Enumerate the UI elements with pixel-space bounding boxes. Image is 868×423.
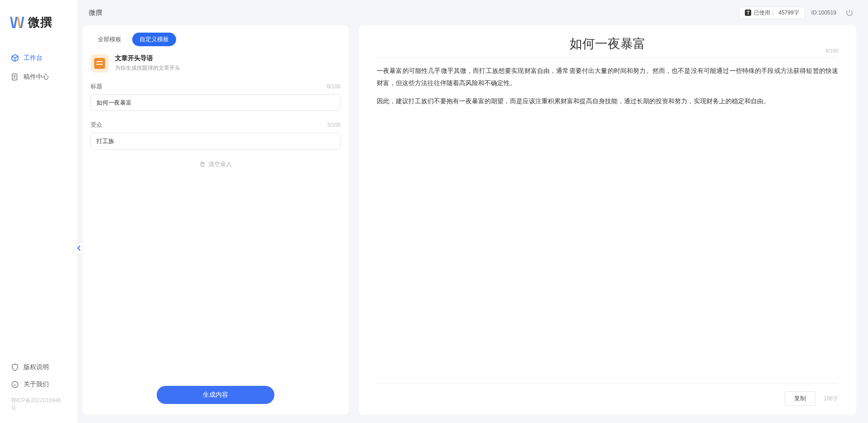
output-paragraph: 一夜暴富的可能性几乎微乎其微，而打工族想要实现财富自由，通常需要付出大量的时间和… — [377, 65, 838, 89]
char-count: 156字 — [824, 395, 838, 403]
nav-label: 稿件中心 — [24, 73, 49, 81]
tab-custom-templates[interactable]: 自定义模板 — [132, 33, 176, 46]
trash-icon — [199, 161, 206, 168]
topbar: 微撰 T 已使用： 45799字 ID:100519 — [77, 0, 868, 25]
info-icon — [11, 380, 19, 389]
page-title: 微撰 — [89, 9, 102, 17]
nav-about[interactable]: 关于我们 — [4, 376, 73, 393]
logo[interactable]: \/\/ 微撰 — [0, 0, 77, 49]
cube-icon — [11, 54, 19, 62]
shield-icon — [11, 363, 19, 371]
document-icon — [11, 73, 19, 81]
title-input[interactable] — [91, 94, 340, 111]
usage-badge[interactable]: T 已使用： 45799字 — [739, 7, 805, 19]
output-paragraph: 因此，建议打工族们不要抱有一夜暴富的期望，而是应该注重积累财富和提高自身技能，通… — [377, 95, 838, 107]
template-desc: 为你生成抓眼球的文章开头 — [115, 64, 180, 72]
audience-count: 3/100 — [327, 122, 340, 128]
icp-label: 鄂ICP备2022016946号 — [4, 393, 73, 416]
nav-label: 版权说明 — [24, 363, 49, 371]
document-lines-icon — [94, 58, 105, 69]
template-title: 文章开头导语 — [115, 54, 180, 62]
template-header: 文章开头导语 为你生成抓眼球的文章开头 — [82, 50, 349, 81]
title-label: 标题 — [91, 82, 102, 91]
output-title-count: 6/100 — [825, 48, 838, 53]
logo-icon: \/\/ — [10, 14, 24, 31]
input-panel: 全部模板 自定义模板 文章开头导语 为你生成抓眼球的文章开头 标题 6/100 — [82, 25, 349, 415]
nav-workspace[interactable]: 工作台 — [4, 49, 73, 67]
title-count: 6/100 — [327, 83, 340, 90]
nav-label: 工作台 — [24, 54, 43, 62]
clear-label: 清空录入 — [208, 160, 232, 168]
usage-prefix: 已使用： — [754, 9, 776, 17]
chevron-left-icon — [77, 245, 82, 251]
template-tabs: 全部模板 自定义模板 — [82, 25, 349, 50]
output-panel: 如何一夜暴富 6/100 一夜暴富的可能性几乎微乎其微，而打工族想要实现财富自由… — [359, 25, 856, 415]
nav-drafts[interactable]: 稿件中心 — [4, 68, 73, 86]
audience-input[interactable] — [91, 133, 340, 149]
generate-button[interactable]: 生成内容 — [157, 386, 274, 404]
nav-copyright[interactable]: 版权说明 — [4, 359, 73, 376]
power-icon — [845, 9, 854, 17]
copy-button[interactable]: 复制 — [785, 391, 815, 406]
power-button[interactable] — [843, 6, 856, 19]
output-body: 一夜暴富的可能性几乎微乎其微，而打工族想要实现财富自由，通常需要付出大量的时间和… — [377, 65, 838, 114]
collapse-handle[interactable] — [76, 243, 82, 254]
user-id: ID:100519 — [811, 10, 836, 16]
tab-all-templates[interactable]: 全部模板 — [91, 33, 129, 46]
logo-text: 微撰 — [28, 14, 53, 30]
nav-label: 关于我们 — [24, 380, 49, 389]
text-icon: T — [745, 10, 751, 16]
audience-label: 受众 — [91, 121, 102, 129]
output-title: 如何一夜暴富 — [377, 35, 838, 53]
template-icon — [91, 54, 109, 72]
clear-button[interactable]: 清空录入 — [91, 153, 340, 172]
usage-value: 45799字 — [778, 9, 799, 17]
nav: 工作台 稿件中心 — [0, 49, 77, 86]
sidebar: \/\/ 微撰 工作台 稿件中心 版权说明 — [0, 0, 77, 423]
